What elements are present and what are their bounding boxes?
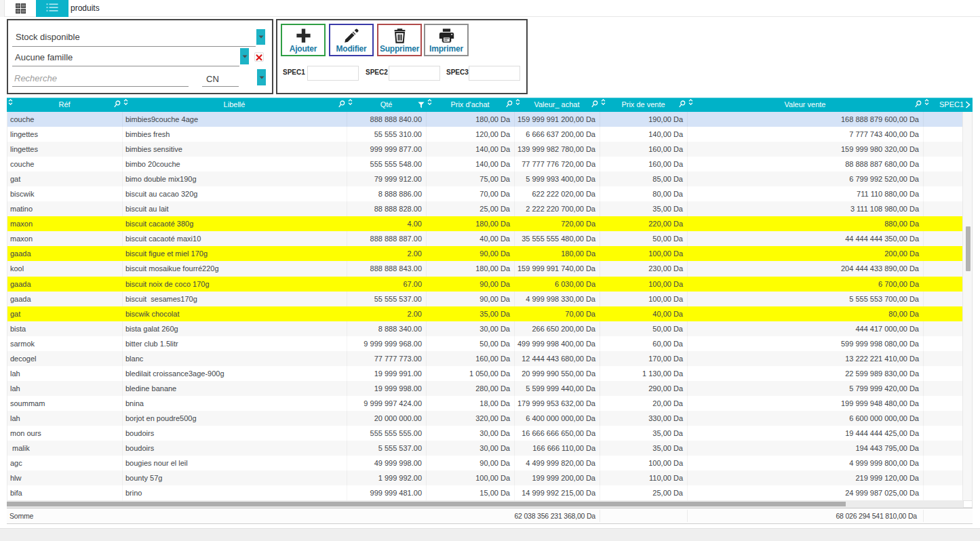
table-row[interactable]: couchebimbies9couche 4age888 888 840.001… [7,112,962,127]
cell-ref[interactable]: lingettes [7,142,123,157]
cell-qte[interactable]: 9 999 997 424.00 [347,396,427,411]
cell-prix_vente[interactable]: 170,00 Da [600,351,688,366]
cell-spec1[interactable] [924,216,962,231]
cell-prix_vente[interactable]: 230,00 Da [600,261,688,276]
table-row[interactable]: gaadabiscuit figue et miel 170g2.0090,00… [7,246,962,261]
cell-prix_achat[interactable]: 120,00 Da [427,127,515,142]
cell-valeur_achat[interactable]: 77 777 776 720,00 Da [515,157,600,172]
cell-libelle[interactable]: bimo double mix190g [123,172,347,186]
table-row[interactable]: maxonbiscuit cacaoté maxi10888 888 887.0… [7,231,962,246]
scroll-right-button[interactable] [962,98,973,112]
cell-ref[interactable]: matino [7,201,123,216]
spec3-input[interactable] [469,66,520,81]
cell-prix_vente[interactable]: 100,00 Da [600,277,688,292]
cell-prix_achat[interactable]: 18,00 Da [427,396,515,411]
cell-prix_vente[interactable]: 35,00 Da [600,201,688,216]
cell-spec1[interactable] [924,127,962,142]
search-mode-value[interactable]: CN [206,74,219,84]
cell-prix_achat[interactable]: 70,00 Da [427,186,515,201]
cell-spec1[interactable] [924,456,962,470]
cell-qte[interactable]: 8 888 340.00 [347,321,427,336]
sort-carets-icon[interactable] [924,99,929,105]
cell-valeur_achat[interactable]: 499 999 998 400,00 Da [515,336,600,351]
cell-qte[interactable]: 4.00 [347,216,427,231]
table-row[interactable]: gaadabiscuit sesames170g55 555 537.0090,… [7,292,962,306]
cell-qte[interactable]: 8 888 886.00 [347,186,427,201]
cell-valeur_vente[interactable]: 200,00 Da [688,246,924,261]
cell-spec1[interactable] [924,112,962,127]
cell-valeur_achat[interactable]: 5 999 993 400,00 Da [515,172,600,186]
cell-spec1[interactable] [924,351,962,366]
clear-family-filter-button[interactable] [254,52,264,62]
column-header-valeur-achat[interactable]: Valeur_ achat [514,98,600,112]
cell-spec1[interactable] [924,306,962,321]
cell-prix_vente[interactable]: 140,00 Da [600,127,688,142]
cell-spec1[interactable] [924,366,962,381]
edit-button[interactable]: Modifier [329,24,374,56]
cell-ref[interactable]: lah [7,411,123,426]
cell-ref[interactable]: kool [7,261,123,276]
cell-qte[interactable]: 2.00 [347,306,427,321]
table-row[interactable]: bistabista galat 260g8 888 340.0030,00 D… [7,321,962,336]
cell-valeur_vente[interactable]: 6 799 992 520,00 Da [688,172,924,186]
cell-ref[interactable]: agc [7,456,123,470]
cell-qte[interactable]: 55 555 310.00 [347,127,427,142]
cell-prix_achat[interactable]: 90,00 Da [427,277,515,292]
cell-libelle[interactable]: blanc [123,351,347,366]
cell-libelle[interactable]: bimbo 20couche [123,157,347,172]
cell-libelle[interactable]: bougies nour el leil [123,456,347,470]
cell-ref[interactable]: bista [7,321,123,336]
cell-prix_achat[interactable]: 100,00 Da [427,470,515,485]
cell-prix_vente[interactable]: 290,00 Da [600,381,688,396]
cell-valeur_achat[interactable]: 5 599 999 440,00 Da [515,381,600,396]
cell-valeur_achat[interactable]: 16 666 666 650,00 Da [515,426,600,441]
cell-ref[interactable]: gaada [7,292,123,306]
cell-valeur_achat[interactable]: 2 222 220 700,00 Da [515,201,600,216]
cell-qte[interactable]: 5 555 537.00 [347,441,427,456]
cell-ref[interactable]: couche [7,157,123,172]
cell-ref[interactable]: soummam [7,396,123,411]
cell-valeur_vente[interactable]: 3 111 108 980,00 Da [688,201,924,216]
table-row[interactable]: lingettesbimbies fresh55 555 310.00120,0… [7,127,962,142]
search-icon[interactable] [679,100,686,108]
cell-prix_vente[interactable]: 60,00 Da [600,336,688,351]
table-row[interactable]: lahbledine banane19 999 998.00280,00 Da5… [7,381,962,396]
table-row[interactable]: lingettesbimbies sensitive999 999 877.00… [7,142,962,157]
cell-libelle[interactable]: brino [123,485,347,500]
stock-filter-dropdown-button[interactable] [256,29,265,45]
cell-prix_vente[interactable]: 85,00 Da [600,172,688,186]
cell-libelle[interactable]: biscuit cacaoté maxi10 [123,231,347,246]
cell-ref[interactable]: sarmok [7,336,123,351]
cell-qte[interactable]: 999 999 877.00 [347,142,427,157]
cell-qte[interactable]: 555 555 555.00 [347,426,427,441]
cell-valeur_vente[interactable]: 219 999 120,00 Da [688,470,924,485]
cell-qte[interactable]: 67.00 [347,277,427,292]
table-row[interactable]: gatbimo double mix190g79 999 912.0075,00… [7,172,962,186]
horizontal-scrollbar[interactable] [7,500,963,508]
cell-valeur_vente[interactable]: 880,00 Da [688,216,924,231]
cell-spec1[interactable] [924,186,962,201]
table-row[interactable]: lahborjot en poudre500g20 000 000.00320,… [7,411,962,426]
cell-valeur_achat[interactable]: 14 999 992 215,00 Da [515,485,600,500]
column-header-prix-d-achat[interactable]: Prix d'achat [426,98,514,112]
cell-prix_achat[interactable]: 280,00 Da [427,381,515,396]
cell-prix_achat[interactable]: 90,00 Da [427,246,515,261]
cell-libelle[interactable]: bimbies9couche 4age [123,112,347,127]
table-row[interactable]: agcbougies nour el leil49 999 998.0090,0… [7,456,962,470]
cell-libelle[interactable]: bounty 57g [123,470,347,485]
cell-valeur_achat[interactable]: 12 444 443 680,00 Da [515,351,600,366]
cell-libelle[interactable]: biscuit mosaikue fourré220g [123,261,347,276]
column-header-r-f[interactable]: Réf [7,98,122,112]
cell-libelle[interactable]: bitter club 1.5litr [123,336,347,351]
cell-spec1[interactable] [924,411,962,426]
cell-ref[interactable]: gat [7,172,123,186]
stock-filter-value[interactable]: Stock disponible [16,32,80,42]
cell-valeur_vente[interactable]: 168 888 879 600,00 Da [688,112,924,127]
cell-libelle[interactable]: borjot en poudre500g [123,411,347,426]
cell-valeur_achat[interactable]: 159 999 991 200,00 Da [515,112,600,127]
cell-libelle[interactable]: bnina [123,396,347,411]
cell-ref[interactable]: maxon [7,216,123,231]
table-row[interactable]: mon oursboudoirs555 555 555.0030,00 Da16… [7,426,962,441]
cell-ref[interactable]: bifa [7,485,123,500]
cell-valeur_vente[interactable]: 159 999 980 320,00 Da [688,142,924,157]
